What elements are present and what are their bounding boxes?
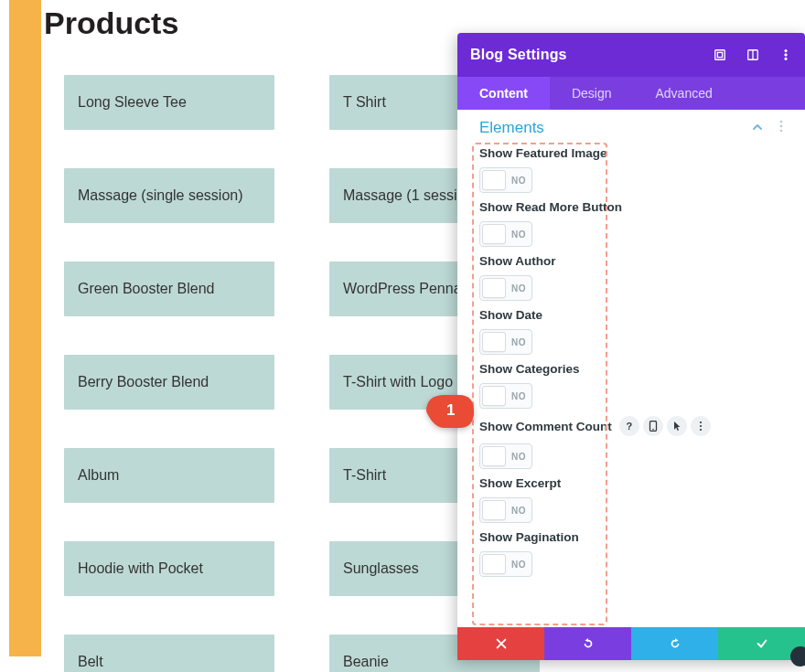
section-header[interactable]: Elements [457,110,805,144]
cursor-icon[interactable] [667,416,687,436]
toggle-value: NO [511,452,526,462]
svg-point-13 [700,425,702,427]
svg-point-14 [700,429,702,431]
help-icon[interactable]: ? [619,416,639,436]
product-cell[interactable]: Green Booster Blend [64,261,274,316]
toggle-switch[interactable]: NO [479,443,532,469]
svg-point-11 [652,429,654,431]
expand-icon[interactable] [714,48,726,61]
builder-left-rail[interactable] [9,0,41,656]
svg-point-8 [780,125,783,128]
product-cell[interactable]: Belt [64,635,274,672]
toggle-knob [482,554,506,574]
panel-footer [457,627,805,660]
toggle-switch[interactable]: NO [479,497,532,523]
toggle-knob [482,500,506,520]
toggle-knob [482,332,506,352]
option-show-read-more: Show Read More Button NO [479,200,783,247]
toggle-knob [482,278,506,298]
option-show-comment-count: Show Comment Count ? [479,416,783,469]
product-cell[interactable]: Long Sleeve Tee [64,75,274,130]
product-cell[interactable]: Album [64,448,274,503]
toggle-knob [482,170,506,190]
toggle-knob [482,446,506,466]
toggle-knob [482,224,506,244]
svg-rect-0 [715,50,725,60]
tab-content[interactable]: Content [457,77,550,110]
option-label: Show Date [479,308,542,322]
toggle-switch[interactable]: NO [479,275,532,301]
product-cell[interactable]: Berry Booster Blend [64,355,274,410]
option-show-featured-image: Show Featured Image NO [479,146,783,193]
toggle-value: NO [511,283,526,293]
cancel-button[interactable] [457,627,544,660]
option-show-categories: Show Categories NO [479,362,783,409]
columns-icon[interactable] [746,48,759,61]
panel-header[interactable]: Blog Settings [457,33,805,77]
svg-point-4 [785,49,787,51]
more-icon[interactable] [691,416,711,436]
option-show-author: Show Author NO [479,254,783,301]
option-show-excerpt: Show Excerpt NO [479,476,783,523]
annotation-number: 1 [446,401,455,420]
option-hover-controls: ? [619,416,711,436]
more-icon[interactable] [779,48,792,61]
option-label: Show Excerpt [479,476,561,490]
tab-design[interactable]: Design [550,77,634,110]
option-label: Show Featured Image [479,146,607,160]
toggle-value: NO [511,337,526,347]
svg-rect-1 [717,52,722,57]
option-label: Show Comment Count [479,420,612,433]
toggle-switch[interactable]: NO [479,329,532,355]
annotation-callout: 1 [424,393,476,430]
svg-point-7 [780,121,783,123]
page-title: Products [44,5,178,41]
option-label: Show Pagination [479,530,579,544]
toggle-switch[interactable]: NO [479,551,532,577]
option-label: Show Author [479,254,556,268]
panel-header-actions [714,48,792,61]
product-cell[interactable]: Massage (single session) [64,168,274,223]
svg-point-6 [785,58,787,59]
option-show-pagination: Show Pagination NO [479,530,783,577]
settings-panel: Blog Settings Content Design Advanced El… [457,33,805,660]
section-header-actions [752,120,787,136]
option-show-date: Show Date NO [479,308,783,355]
svg-point-5 [785,54,787,56]
panel-tabs: Content Design Advanced [457,77,805,110]
toggle-knob [482,386,506,406]
option-label: Show Read More Button [479,200,622,214]
page-root: Products Long Sleeve Tee T Shirt Massage… [0,0,805,672]
toggle-switch[interactable]: NO [479,167,532,193]
toggle-value: NO [511,229,526,240]
toggle-switch[interactable]: NO [479,221,532,247]
toggle-value: NO [511,506,526,516]
svg-point-9 [780,130,783,133]
toggle-switch[interactable]: NO [479,383,532,409]
svg-point-12 [700,421,702,423]
redo-button[interactable] [631,627,718,660]
chevron-up-icon[interactable] [752,121,763,135]
options-list: Show Featured Image NO Show Read More Bu… [457,144,805,627]
toggle-value: NO [511,176,526,186]
panel-title: Blog Settings [470,47,567,63]
tab-advanced[interactable]: Advanced [633,77,734,110]
option-label: Show Categories [479,362,580,376]
toggle-value: NO [511,391,526,401]
toggle-value: NO [511,560,526,570]
more-icon[interactable] [776,120,787,136]
section-title: Elements [479,119,544,137]
phone-icon[interactable] [643,416,663,436]
floating-action-partial[interactable] [790,646,805,667]
product-cell[interactable]: Hoodie with Pocket [64,541,274,596]
undo-button[interactable] [544,627,631,660]
